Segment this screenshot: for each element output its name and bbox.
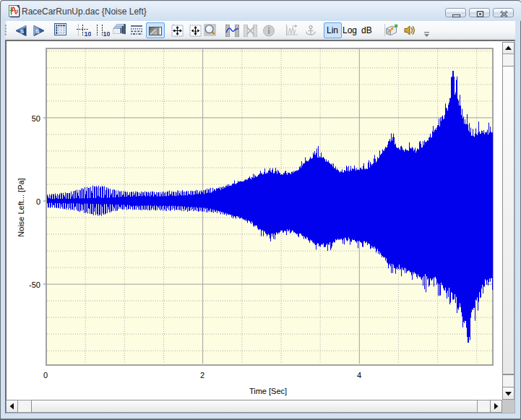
svg-text:10: 10 bbox=[103, 30, 111, 38]
svg-text:S: S bbox=[20, 28, 25, 35]
svg-text:10: 10 bbox=[85, 30, 92, 38]
svg-text:A: A bbox=[194, 29, 197, 33]
svg-text:S: S bbox=[35, 28, 40, 35]
